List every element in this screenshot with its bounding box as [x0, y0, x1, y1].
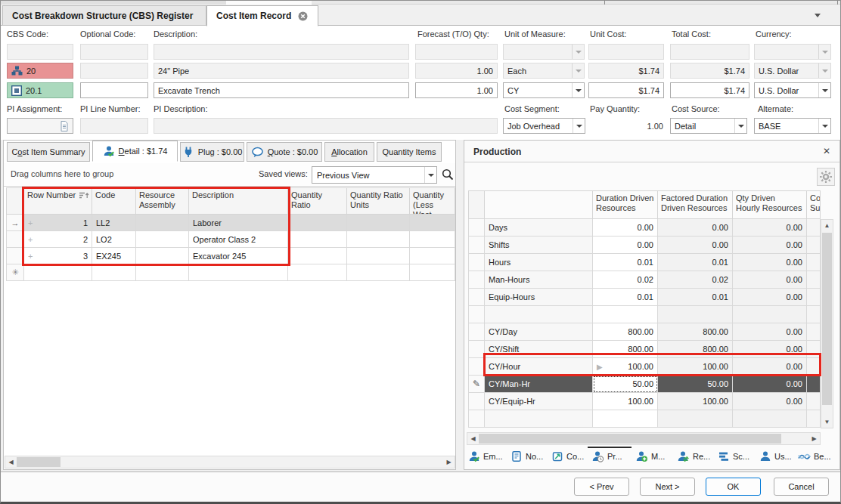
tool-tab-pr[interactable]: Pr... [591, 450, 622, 462]
prod-row-label-cy-shift[interactable]: CY/Shift [485, 341, 593, 358]
pi-line-number-field[interactable] [80, 118, 148, 134]
prod-row-label-cy-day[interactable]: CY/Day [485, 323, 593, 341]
prod-cell-days-1[interactable]: 0.00 [658, 219, 733, 237]
forecast-qty-field-empty[interactable] [415, 44, 498, 60]
prod-row-selector-cy-man-hr[interactable]: ✎ [468, 376, 485, 393]
unit-cost-input[interactable]: $1.74 [588, 82, 664, 98]
prod-cell-spacer-0[interactable] [593, 306, 658, 323]
scroll-thumb[interactable] [479, 434, 781, 444]
next-button[interactable]: Next > [640, 478, 695, 496]
grid-cell-empty[interactable] [288, 215, 347, 231]
tab-cost-item-record[interactable]: Cost Item Record [206, 5, 318, 26]
cbs-code-field-empty[interactable] [7, 44, 73, 60]
unit-cost-field-empty[interactable] [588, 44, 664, 60]
prod-row-selector-cy-hour[interactable] [468, 358, 485, 376]
prod-row-label-man-hours[interactable]: Man-Hours [485, 271, 593, 289]
prod-cell-shifts-1[interactable]: 0.00 [658, 237, 733, 254]
grid-cell-description[interactable]: Operator Class 2 [189, 231, 288, 248]
production-hscrollbar[interactable]: ◀ ▶ [467, 432, 821, 445]
optional-code-input[interactable] [80, 82, 148, 98]
prod-column-header[interactable]: Factored DurationDriven Resources [658, 190, 733, 219]
column-header-code[interactable]: Code [92, 187, 136, 215]
expand-icon[interactable]: + [28, 252, 33, 261]
prod-column-header[interactable]: Qty DrivenHourly Resources [733, 190, 807, 219]
scroll-right-icon[interactable]: ▶ [808, 433, 820, 444]
description-field-empty[interactable] [154, 44, 409, 60]
prod-cell-shifts-0[interactable]: 0.00 [593, 237, 658, 254]
prod-cell-cy-man-hr-0[interactable]: 50.00 [593, 376, 658, 393]
tab-overflow-icon[interactable] [815, 14, 821, 17]
prod-row-label-days[interactable]: Days [485, 219, 593, 237]
grid-cell-description[interactable]: Laborer [189, 215, 288, 231]
pi-assignment-field[interactable] [7, 118, 73, 134]
row-selector[interactable] [6, 248, 24, 264]
grid-cell-row_number[interactable]: +2 [24, 231, 92, 248]
prod-cell-spacer-2[interactable] [733, 410, 807, 428]
prod-cell-equip-hours-0[interactable]: 0.01 [593, 289, 658, 306]
prod-cell-equip-hours-1[interactable]: 0.01 [658, 289, 733, 306]
tool-tab-no[interactable]: No... [510, 450, 543, 462]
prod-row-selector-shifts[interactable] [468, 237, 485, 254]
grid-cell-empty[interactable] [410, 215, 455, 231]
prod-row-label-shifts[interactable]: Shifts [485, 237, 593, 254]
prod-cell-cy-equip-hr-2[interactable]: 0.00 [733, 393, 807, 410]
scroll-up-icon[interactable]: ▲ [821, 220, 833, 231]
grid-cell-empty[interactable] [288, 248, 347, 264]
tool-tab-sc[interactable]: Sc... [718, 450, 749, 462]
prod-row-label-hours[interactable]: Hours [485, 254, 593, 271]
grid-cell-new[interactable] [189, 264, 288, 281]
prod-cell-cy-man-hr-1[interactable]: 50.00 [658, 376, 733, 393]
prod-cell-cy-man-hr-2[interactable]: 0.00 [733, 376, 807, 393]
tool-tab-m[interactable]: M... [635, 450, 665, 462]
prod-cell-cy-hour-2[interactable]: 0.00 [733, 358, 807, 376]
document-icon[interactable] [60, 121, 69, 131]
prod-cell-cy-day-2[interactable]: 0.00 [733, 323, 807, 341]
column-header-description[interactable]: Description [189, 187, 288, 215]
prod-cell-hours-2[interactable]: 0.00 [733, 254, 807, 271]
prod-cell-spacer-1[interactable] [658, 410, 733, 428]
grid-cell-new[interactable] [24, 264, 92, 281]
prod-cell-hours-1[interactable]: 0.01 [658, 254, 733, 271]
grid-cell-code[interactable]: EX245 [92, 248, 136, 264]
prod-cell-man-hours-0[interactable]: 0.02 [593, 271, 658, 289]
description-input[interactable]: Excavate Trench [154, 82, 409, 98]
grid-cell-row_number[interactable]: +3 [24, 248, 92, 264]
total-cost-field-empty[interactable] [670, 44, 749, 60]
cbs-code-cell-current[interactable]: 20.1 [7, 82, 73, 98]
prod-cell-days-0[interactable]: 0.00 [593, 219, 658, 237]
grid-cell-resource_assembly[interactable] [136, 215, 189, 231]
row-selector[interactable] [6, 231, 24, 248]
prod-row-selector-cy-shift[interactable] [468, 341, 485, 358]
prod-row-selector-cy-day[interactable] [468, 323, 485, 341]
scroll-left-icon[interactable]: ◀ [5, 456, 17, 468]
cost-segment-select[interactable]: Job Overhead [503, 118, 585, 134]
prod-cell-cy-hour-0[interactable]: ▶100.00 [593, 358, 658, 376]
tab-close-icon[interactable] [298, 11, 308, 21]
grid-cell-resource_assembly[interactable] [136, 231, 189, 248]
cbs-code-cell-parent[interactable]: 20 [7, 63, 73, 79]
scroll-right-icon[interactable]: ▶ [443, 456, 455, 468]
prod-row-selector-spacer[interactable] [468, 306, 485, 323]
expand-icon[interactable]: + [28, 235, 33, 244]
tab-cbs-register[interactable]: Cost Breakdown Structure (CBS) Register [2, 5, 206, 26]
pi-description-field[interactable] [154, 118, 498, 134]
prod-cell-cy-equip-hr-1[interactable]: 100.00 [658, 393, 733, 410]
currency-select[interactable]: U.S. Dollar [754, 82, 831, 98]
grid-cell-new[interactable] [347, 264, 410, 281]
grid-cell-row_number[interactable]: +1 [24, 215, 92, 231]
alternate-select[interactable]: BASE [754, 118, 831, 134]
prod-cell-cy-shift-0[interactable]: 800.00 [593, 341, 658, 358]
grid-cell-new[interactable] [92, 264, 136, 281]
prod-cell-cy-day-0[interactable]: 800.00 [593, 323, 658, 341]
grid-cell-resource_assembly[interactable] [136, 248, 189, 264]
grid-cell-new[interactable] [288, 264, 347, 281]
detail-tab-quote-0-00[interactable]: Quote : $0.00 [247, 142, 322, 162]
group-by-bar[interactable]: Drag columns here to group Saved views: … [4, 163, 455, 187]
prod-cell-hours-0[interactable]: 0.01 [593, 254, 658, 271]
prod-cell-shifts-2[interactable]: 0.00 [733, 237, 807, 254]
resource-grid-hscrollbar[interactable]: ◀ ▶ [5, 456, 455, 468]
prod-row-label-cy-man-hr[interactable]: CY/Man-Hr [485, 376, 593, 393]
saved-views-select[interactable]: Previous View [312, 166, 437, 184]
prod-cell-cy-shift-1[interactable]: 800.00 [658, 341, 733, 358]
expand-icon[interactable]: + [28, 218, 33, 227]
